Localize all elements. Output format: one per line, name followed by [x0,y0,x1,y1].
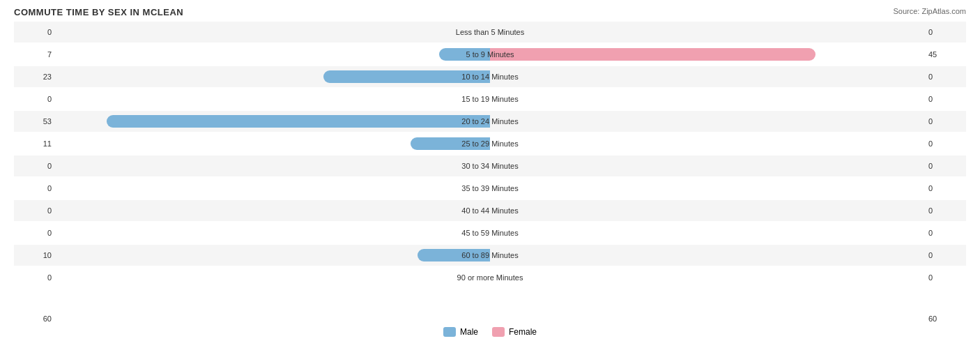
row-label: 20 to 24 Minutes [461,117,518,126]
chart-row: 1060 to 89 Minutes0 [14,245,966,266]
row-label: 5 to 9 Minutes [466,50,514,59]
bars-wrapper: 15 to 19 Minutes [56,89,924,109]
right-value: 0 [924,73,966,81]
left-value: 0 [14,184,56,192]
chart-container: COMMUTE TIME BY SEX IN MCLEAN Source: Zi… [0,0,980,364]
row-label: 35 to 39 Minutes [461,184,518,192]
chart-row: 5320 to 24 Minutes0 [14,111,966,132]
bars-wrapper: 5 to 9 Minutes [56,44,924,65]
left-value: 0 [14,206,56,215]
right-value: 0 [924,28,966,36]
right-value: 0 [924,95,966,103]
legend-female: Female [492,327,537,337]
left-value: 10 [14,251,56,259]
axis-row: 60 60 [14,314,966,323]
right-value: 0 [924,139,966,148]
row-label: 30 to 34 Minutes [461,162,518,170]
legend-male-box [443,327,456,337]
bars-wrapper: 25 to 29 Minutes [56,133,924,154]
legend-male-label: Male [460,327,478,337]
left-value: 53 [14,117,56,126]
chart-row: 090 or more Minutes0 [14,267,966,288]
bars-wrapper: 45 to 59 Minutes [56,222,924,243]
right-value: 45 [924,50,966,59]
legend-female-label: Female [509,327,537,337]
left-value: 0 [14,229,56,237]
right-value: 0 [924,229,966,237]
bars-wrapper: 40 to 44 Minutes [56,200,924,221]
chart-row: 030 to 34 Minutes0 [14,156,966,176]
bars-wrapper: 10 to 14 Minutes [56,66,924,87]
bars-wrapper: 30 to 34 Minutes [56,156,924,176]
bars-wrapper: Less than 5 Minutes [56,22,924,43]
row-label: 10 to 14 Minutes [461,73,518,81]
right-value: 0 [924,273,966,282]
left-value: 7 [14,50,56,59]
chart-row: 040 to 44 Minutes0 [14,200,966,221]
chart-row: 75 to 9 Minutes45 [14,44,966,65]
left-value: 11 [14,139,56,148]
right-value: 0 [924,162,966,170]
chart-row: 015 to 19 Minutes0 [14,89,966,109]
chart-row: 035 to 39 Minutes0 [14,178,966,199]
bars-wrapper: 60 to 89 Minutes [56,245,924,266]
row-label: 60 to 89 Minutes [461,251,518,259]
legend-male: Male [443,327,478,337]
left-value: 0 [14,162,56,170]
axis-right-label: 60 [924,314,966,323]
right-value: 0 [924,206,966,215]
chart-title: COMMUTE TIME BY SEX IN MCLEAN [14,7,966,17]
chart-row: 0Less than 5 Minutes0 [14,22,966,43]
left-value: 0 [14,28,56,36]
bars-wrapper: 20 to 24 Minutes [56,111,924,132]
row-label: 90 or more Minutes [457,273,523,282]
right-value: 0 [924,251,966,259]
chart-row: 1125 to 29 Minutes0 [14,133,966,154]
bars-wrapper: 35 to 39 Minutes [56,178,924,199]
chart-row: 045 to 59 Minutes0 [14,222,966,243]
left-value: 0 [14,95,56,103]
right-value: 0 [924,184,966,192]
source-label: Source: ZipAtlas.com [893,7,966,15]
row-label: 40 to 44 Minutes [461,206,518,215]
row-label: 45 to 59 Minutes [461,229,518,237]
bars-wrapper: 90 or more Minutes [56,267,924,288]
bar-male [107,115,490,128]
legend-female-box [492,327,505,337]
chart-area: 0Less than 5 Minutes075 to 9 Minutes4523… [14,22,966,314]
legend: Male Female [14,327,966,337]
row-label: 25 to 29 Minutes [461,139,518,148]
row-label: 15 to 19 Minutes [461,95,518,103]
left-value: 23 [14,73,56,81]
bar-female [490,48,816,61]
chart-row: 2310 to 14 Minutes0 [14,66,966,87]
right-value: 0 [924,117,966,126]
row-label: Less than 5 Minutes [456,28,524,36]
axis-left-label: 60 [14,314,56,323]
left-value: 0 [14,273,56,282]
